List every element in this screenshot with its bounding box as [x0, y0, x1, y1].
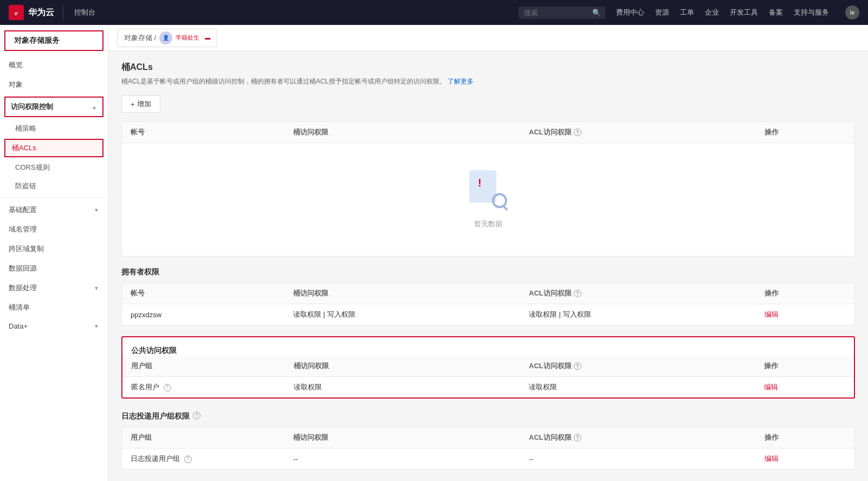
learn-more-link[interactable]: 了解更多 — [448, 78, 474, 85]
search-input[interactable] — [524, 9, 589, 17]
anonymous-info-icon[interactable]: ? — [164, 384, 171, 392]
tab-sub-label: 学籍处生 — [176, 34, 199, 41]
sidebar-label-domain: 域名管理 — [9, 225, 37, 234]
add-button-label: 增加 — [137, 99, 151, 109]
owner-acl-info-icon[interactable]: ? — [574, 290, 581, 297]
owner-col-account: 帐号 — [131, 288, 293, 298]
sidebar-label-data-recovery: 数据回源 — [9, 264, 37, 273]
owner-col-acl-perm: ACL访问权限 ? — [529, 288, 765, 298]
public-table: 用户组 桶访问权限 ACL访问权限 ? 操作 — [122, 356, 854, 397]
nav-work-order[interactable]: 工单 — [680, 8, 694, 17]
sidebar: 对象存储服务 概览 对象 访问权限控制 ▲ 桶策略 桶ACLs CORS规则 防… — [0, 25, 108, 481]
nav-cost-center[interactable]: 费用中心 — [616, 8, 644, 17]
log-delivery-info-icon[interactable]: ? — [184, 456, 192, 463]
public-col-bucket-perm: 桶访问权限 — [294, 361, 529, 371]
chevron-down-icon-basic: ▼ — [94, 207, 99, 213]
content-area: 对象存储 / 👤 学籍处生 ▬ 桶ACLs 桶ACL是基于帐号或用户组的桶级访问… — [108, 25, 868, 481]
sidebar-service-title[interactable]: 对象存储服务 — [4, 30, 103, 51]
public-col-action: 操作 — [764, 361, 845, 371]
log-acl-info-icon[interactable]: ? — [574, 434, 581, 441]
public-col-acl-perm: ACL访问权限 ? — [529, 361, 764, 371]
chevron-down-icon-dp: ▼ — [94, 285, 99, 291]
owner-section-title: 拥有者权限 — [121, 267, 855, 277]
acl-table: 帐号 桶访问权限 ACL访问权限 ? 操作 — [121, 121, 855, 256]
owner-row-bucket-perm: 读取权限 | 写入权限 — [293, 310, 529, 319]
sidebar-label-hotlink: 防盗链 — [15, 181, 36, 191]
logo: 华为云 — [9, 5, 63, 20]
public-row-action: 编辑 — [764, 382, 845, 392]
public-acl-info-icon[interactable]: ? — [574, 362, 581, 370]
log-section-header: 日志投递用户组权限 ? — [121, 409, 855, 421]
sidebar-item-bucket-inventory[interactable]: 桶清单 — [0, 298, 108, 317]
sidebar-label-overview: 概览 — [9, 60, 23, 70]
sidebar-label-data-plus: Data+ — [9, 322, 28, 330]
sidebar-label-bucket-acls: 桶ACLs — [12, 143, 36, 153]
log-row-acl-perm: -- — [529, 455, 765, 463]
tab-close-icon[interactable]: ▬ — [205, 35, 210, 41]
owner-col-bucket-perm: 桶访问权限 — [293, 288, 529, 298]
acl-info-icon[interactable]: ? — [574, 129, 581, 136]
nav-links: 费用中心 资源 工单 企业 开发工具 备案 支持与服务 — [616, 8, 829, 17]
sidebar-item-access-control[interactable]: 访问权限控制 ▲ — [4, 97, 103, 117]
nav-resources[interactable]: 资源 — [655, 8, 669, 17]
public-section-title: 公共访问权限 — [122, 339, 854, 356]
owner-col-action: 操作 — [765, 288, 846, 298]
log-edit-link[interactable]: 编辑 — [765, 454, 779, 463]
magnify-shape — [492, 193, 507, 208]
sidebar-item-bucket-acls[interactable]: 桶ACLs — [4, 139, 103, 157]
logo-text: 华为云 — [28, 7, 54, 18]
owner-edit-link[interactable]: 编辑 — [765, 310, 779, 318]
search-bar: 🔍 — [519, 7, 605, 19]
tab-object-storage[interactable]: 对象存储 / 👤 学籍处生 ▬ — [117, 29, 217, 47]
chevron-down-icon: ▲ — [92, 104, 97, 110]
log-col-usergroup: 用户组 — [131, 433, 293, 442]
public-row-usergroup: 匿名用户 ? — [131, 382, 294, 392]
nav-record[interactable]: 备案 — [769, 8, 783, 17]
page-description: 桶ACL是基于帐号或用户组的桶级访问控制，桶的拥有者可以通过桶ACL授予指定帐号… — [121, 76, 855, 87]
nav-support[interactable]: 支持与服务 — [794, 8, 829, 17]
public-access-section: 公共访问权限 用户组 桶访问权限 ACL访问权限 ? — [121, 336, 855, 399]
empty-state: ! 暂无数据 — [122, 143, 854, 256]
sidebar-item-bucket-policy[interactable]: 桶策略 — [0, 119, 108, 138]
search-icon[interactable]: 🔍 — [592, 9, 601, 17]
owner-row-acl-perm: 读取权限 | 写入权限 — [529, 310, 765, 319]
sidebar-item-data-processing[interactable]: 数据处理 ▼ — [0, 278, 108, 298]
sidebar-item-data-plus[interactable]: Data+ ▼ — [0, 317, 108, 335]
sidebar-item-domain[interactable]: 域名管理 — [0, 220, 108, 239]
acl-table-header: 帐号 桶访问权限 ACL访问权限 ? 操作 — [122, 122, 854, 143]
log-table: 用户组 桶访问权限 ACL访问权限 ? 操作 日志投递用户组 — [121, 427, 855, 470]
user-avatar[interactable]: Ie — [845, 5, 859, 20]
nav-enterprise[interactable]: 企业 — [705, 8, 719, 17]
sidebar-item-replication[interactable]: 跨区域复制 — [0, 239, 108, 259]
nav-dev-tools[interactable]: 开发工具 — [730, 8, 758, 17]
sidebar-label-bucket-policy: 桶策略 — [15, 124, 36, 133]
sidebar-service-label: 对象存储服务 — [14, 36, 60, 46]
owner-table-row: ppzxdzsw 读取权限 | 写入权限 读取权限 | 写入权限 编辑 — [122, 304, 854, 325]
add-button[interactable]: + 增加 — [121, 95, 160, 113]
acl-col-acl-perm: ACL访问权限 ? — [529, 127, 765, 137]
owner-row-account: ppzxdzsw — [131, 311, 293, 319]
sidebar-item-objects[interactable]: 对象 — [0, 75, 108, 94]
tab-bar: 对象存储 / 👤 学籍处生 ▬ — [108, 25, 868, 51]
sidebar-item-basic-config[interactable]: 基础配置 ▼ — [0, 200, 108, 220]
public-edit-link[interactable]: 编辑 — [764, 383, 778, 391]
acl-col-account: 帐号 — [131, 127, 293, 137]
sidebar-item-hotlink[interactable]: 防盗链 — [0, 177, 108, 195]
tab-label: 对象存储 / — [124, 33, 156, 43]
public-table-row: 匿名用户 ? 读取权限 读取权限 编辑 — [122, 377, 854, 397]
log-info-icon[interactable]: ? — [193, 412, 200, 419]
public-row-bucket-perm: 读取权限 — [294, 382, 529, 392]
sidebar-item-data-recovery[interactable]: 数据回源 — [0, 259, 108, 278]
page-content: 桶ACLs 桶ACL是基于帐号或用户组的桶级访问控制，桶的拥有者可以通过桶ACL… — [108, 51, 868, 481]
log-section-title: 日志投递用户组权限 — [121, 412, 190, 421]
page-title: 桶ACLs — [121, 62, 855, 73]
control-center-link[interactable]: 控制台 — [74, 8, 95, 17]
sidebar-label-replication: 跨区域复制 — [9, 244, 44, 254]
sidebar-label-bucket-inventory: 桶清单 — [9, 303, 30, 312]
public-table-header: 用户组 桶访问权限 ACL访问权限 ? 操作 — [122, 356, 854, 377]
sidebar-item-overview[interactable]: 概览 — [0, 55, 108, 75]
logo-icon — [9, 5, 24, 20]
sidebar-label-data-processing: 数据处理 — [9, 283, 37, 293]
sidebar-item-cors[interactable]: CORS规则 — [0, 158, 108, 177]
owner-table-header: 帐号 桶访问权限 ACL访问权限 ? 操作 — [122, 283, 854, 304]
